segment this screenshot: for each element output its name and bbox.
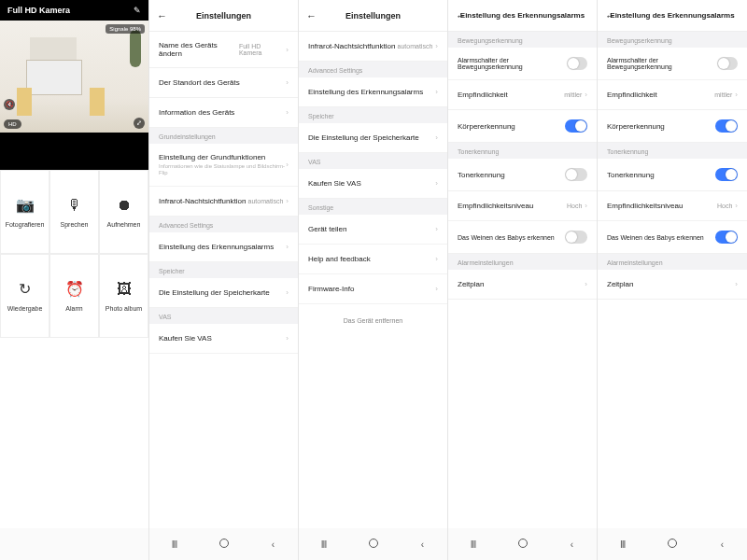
action-fotografieren[interactable]: 📷Fotografieren (0, 170, 49, 254)
item-help[interactable]: Help and feedback› (299, 245, 447, 274)
chevron-right-icon: › (286, 197, 289, 205)
section-basic: Grundeinstellungen (149, 128, 298, 144)
chevron-right-icon: › (735, 91, 738, 99)
item-share[interactable]: Gerät teilen› (299, 215, 447, 245)
toggle-body[interactable] (565, 119, 587, 133)
hd-badge[interactable]: HD (4, 119, 21, 129)
toggle-sound[interactable] (715, 168, 738, 181)
item-rename[interactable]: Name des Geräts ändernFull HD Kamera› (149, 32, 298, 68)
mic-icon: 🎙 (67, 197, 82, 214)
page-title: Einstellung des Erkennungsalarms (460, 11, 585, 20)
item-vas[interactable]: Kaufen Sie VAS› (299, 169, 447, 199)
item-motion-switch[interactable]: Alarmschalter der Bewegungserkennung (448, 48, 597, 80)
item-sound-detect[interactable]: Tonerkennung (598, 159, 747, 191)
nav-home-icon[interactable] (359, 539, 388, 550)
chevron-right-icon: › (735, 280, 738, 288)
item-motion-switch[interactable]: Alarmschalter der Bewegungserkennung (598, 48, 747, 80)
toggle-motion[interactable] (567, 57, 587, 70)
playback-icon: ↻ (19, 280, 31, 298)
item-infrared[interactable]: Infrarot-Nachtsichtfunktionautomatisch› (299, 32, 447, 62)
section-vas: VAS (149, 308, 298, 324)
back-icon[interactable]: ← (306, 10, 317, 21)
chevron-right-icon: › (435, 133, 438, 142)
chevron-right-icon: › (435, 285, 438, 293)
nav-back-icon[interactable]: ‹ (409, 539, 437, 550)
item-storage[interactable]: Die Einstellung der Speicherkarte› (149, 278, 298, 308)
item-sound-detect[interactable]: Tonerkennung (448, 159, 597, 191)
nav-back-icon[interactable]: ‹ (708, 539, 736, 550)
item-schedule[interactable]: Zeitplan› (598, 270, 747, 300)
nav-back-icon[interactable]: ‹ (558, 539, 586, 550)
signal-badge: Signale 98% (106, 24, 145, 34)
item-detection-alarm[interactable]: Einstellung des Erkennungsalarms› (149, 232, 298, 262)
section-storage: Speicher (149, 262, 298, 278)
item-infrared[interactable]: Infrarot-Nachtsichtfunktionautomatisch› (149, 187, 298, 217)
section-other: Sonstige (299, 199, 447, 215)
nav-recent-icon[interactable]: III (609, 539, 637, 550)
system-nav: III ‹ (299, 528, 447, 560)
chevron-right-icon: › (735, 202, 738, 210)
screen-alarm-a: ← Einstellung des Erkennungsalarms Beweg… (448, 0, 598, 560)
item-storage[interactable]: Die Einstellung der Speicherkarte› (299, 123, 447, 153)
toggle-baby[interactable] (715, 231, 738, 244)
item-sensitivity[interactable]: Empfindlichkeitmittler› (598, 80, 747, 110)
back-icon[interactable]: ← (7, 5, 18, 16)
chevron-right-icon: › (286, 334, 289, 343)
item-sound-level[interactable]: EmpfindlichkeitsniveauHoch› (598, 191, 747, 221)
action-alarm[interactable]: ⏰Alarm (49, 254, 99, 338)
action-wiedergabe[interactable]: ↻Wiedergabe (0, 254, 49, 338)
system-nav: III ‹ (598, 528, 747, 560)
action-photo-album[interactable]: 🖼Photo album (99, 254, 148, 338)
item-sensitivity[interactable]: Empfindlichkeitmittler› (448, 80, 597, 110)
item-sound-level[interactable]: EmpfindlichkeitsniveauHoch› (448, 191, 597, 221)
nav-recent-icon[interactable]: III (310, 539, 338, 550)
camera-preview[interactable]: Signale 98% 🔇 HD ⤢ (0, 21, 148, 133)
chevron-right-icon: › (286, 46, 289, 54)
system-nav (0, 528, 148, 560)
screen-camera-main: ← Full HD Kamera ✎ Signale 98% 🔇 HD ⤢ 📷F… (0, 0, 149, 560)
nav-home-icon[interactable] (509, 539, 537, 550)
toggle-body[interactable] (715, 119, 738, 133)
chevron-right-icon: › (286, 288, 289, 297)
screen-alarm-b: ← Einstellung des Erkennungsalarms Beweg… (598, 0, 747, 560)
item-basic-functions[interactable]: Einstellung der GrundfunktionenInformati… (149, 144, 298, 187)
section-vas: VAS (299, 153, 447, 169)
nav-back-icon[interactable]: ‹ (260, 539, 288, 550)
back-icon[interactable]: ← (605, 10, 615, 21)
item-baby-cry[interactable]: Das Weinen des Babys erkennen (448, 221, 597, 254)
back-icon[interactable]: ← (456, 10, 466, 21)
fullscreen-icon[interactable]: ⤢ (134, 118, 145, 129)
nav-recent-icon[interactable]: III (459, 539, 487, 550)
section-advanced: Advanced Settings (149, 217, 298, 232)
remove-device-link[interactable]: Das Gerät entfernen (299, 304, 447, 337)
system-nav: III ‹ (448, 528, 597, 560)
item-firmware[interactable]: Firmware-Info› (299, 274, 447, 304)
chevron-right-icon: › (435, 42, 438, 50)
record-icon: ⏺ (117, 197, 132, 214)
item-detection-alarm[interactable]: Einstellung des Erkennungsalarms› (299, 77, 447, 107)
item-body-detect[interactable]: Körpererkennung (448, 110, 597, 143)
system-nav: III ‹ (149, 528, 298, 560)
item-schedule[interactable]: Zeitplan› (448, 270, 597, 300)
item-device-info[interactable]: Information des Geräts› (149, 98, 298, 128)
item-location[interactable]: Der Standort des Geräts› (149, 68, 298, 98)
screen-settings-top: ← Einstellungen Name des Geräts ändernFu… (149, 0, 299, 560)
toggle-baby[interactable] (565, 231, 587, 244)
toggle-sound[interactable] (565, 168, 587, 181)
action-aufnehmen[interactable]: ⏺Aufnehmen (99, 170, 148, 254)
item-baby-cry[interactable]: Das Weinen des Babys erkennen (598, 221, 747, 254)
chevron-right-icon: › (585, 280, 587, 288)
edit-icon[interactable]: ✎ (134, 6, 141, 15)
alarm-icon: ⏰ (65, 280, 84, 298)
action-sprechen[interactable]: 🎙Sprechen (49, 170, 99, 254)
chevron-right-icon: › (435, 255, 438, 263)
nav-home-icon[interactable] (210, 539, 238, 550)
chevron-right-icon: › (286, 78, 289, 87)
nav-home-icon[interactable] (658, 539, 686, 550)
item-vas[interactable]: Kaufen Sie VAS› (149, 324, 298, 354)
back-icon[interactable]: ← (157, 10, 167, 21)
toggle-motion[interactable] (717, 57, 738, 70)
item-body-detect[interactable]: Körpererkennung (598, 110, 747, 143)
mute-icon[interactable]: 🔇 (4, 99, 15, 110)
nav-recent-icon[interactable]: III (161, 539, 189, 550)
